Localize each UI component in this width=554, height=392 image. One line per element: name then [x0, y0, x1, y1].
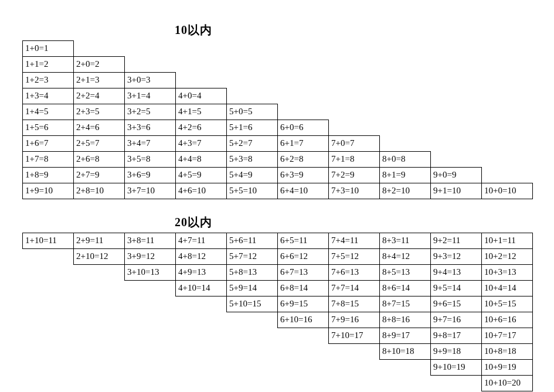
table-cell: 3+1=4 [125, 88, 176, 104]
empty-cell [278, 57, 329, 73]
table-cell: 2+9=11 [74, 233, 125, 249]
table-cell: 6+8=14 [278, 281, 329, 296]
table-cell: 5+7=12 [227, 249, 278, 265]
empty-cell [329, 376, 380, 391]
table-cell: 8+10=18 [380, 344, 431, 360]
empty-cell [329, 57, 380, 73]
table-cell: 2+4=6 [74, 120, 125, 136]
table-cell: 4+1=5 [176, 104, 227, 120]
empty-cell [482, 152, 533, 168]
table-cell: 5+4=9 [227, 168, 278, 183]
empty-cell [74, 281, 125, 296]
empty-cell [74, 360, 125, 376]
empty-cell [125, 41, 176, 57]
table-cell: 1+2=3 [23, 73, 74, 88]
empty-cell [431, 73, 482, 88]
empty-cell [176, 73, 227, 88]
empty-cell [227, 41, 278, 57]
empty-cell [176, 376, 227, 391]
empty-cell [74, 328, 125, 344]
empty-cell [125, 376, 176, 391]
table-cell: 8+0=8 [380, 152, 431, 168]
table-cell: 9+1=10 [431, 183, 482, 199]
table-cell: 9+6=15 [431, 296, 482, 312]
table-cell: 2+8=10 [74, 183, 125, 199]
empty-cell [176, 296, 227, 312]
table-cell: 10+4=14 [482, 281, 533, 296]
table-cell: 7+7=14 [329, 281, 380, 296]
table-cell: 1+4=5 [23, 104, 74, 120]
table-cell: 8+5=13 [380, 265, 431, 281]
empty-cell [125, 57, 176, 73]
empty-cell [278, 376, 329, 391]
table-cell: 7+5=12 [329, 249, 380, 265]
empty-cell [380, 360, 431, 376]
empty-cell [278, 41, 329, 57]
table-cell: 10+2=12 [482, 249, 533, 265]
table-cell: 2+2=4 [74, 88, 125, 104]
table-cell: 1+10=11 [23, 233, 74, 249]
table-cell: 9+8=17 [431, 328, 482, 344]
table-cell: 6+9=15 [278, 296, 329, 312]
table-cell: 9+9=18 [431, 344, 482, 360]
empty-cell [482, 88, 533, 104]
table-cell: 5+5=10 [227, 183, 278, 199]
table-cell: 6+3=9 [278, 168, 329, 183]
empty-cell [227, 88, 278, 104]
empty-cell [74, 312, 125, 328]
empty-cell [125, 281, 176, 296]
table-cell: 4+7=11 [176, 233, 227, 249]
table-cell: 4+10=14 [176, 281, 227, 296]
table-cell: 2+0=2 [74, 57, 125, 73]
empty-cell [431, 41, 482, 57]
empty-cell [482, 120, 533, 136]
empty-cell [176, 312, 227, 328]
table-cell: 7+3=10 [329, 183, 380, 199]
heading-10: 10以内 [175, 22, 554, 38]
table-cell: 1+9=10 [23, 183, 74, 199]
empty-cell [125, 296, 176, 312]
table-cell: 7+4=11 [329, 233, 380, 249]
empty-cell [380, 41, 431, 57]
empty-cell [482, 136, 533, 152]
table-cell: 8+2=10 [380, 183, 431, 199]
empty-cell [482, 57, 533, 73]
empty-cell [380, 57, 431, 73]
empty-cell [380, 73, 431, 88]
empty-cell [329, 344, 380, 360]
empty-cell [380, 136, 431, 152]
table-cell: 8+3=11 [380, 233, 431, 249]
heading-20: 20以内 [175, 214, 554, 230]
table-cell: 5+6=11 [227, 233, 278, 249]
table-cell: 10+3=13 [482, 265, 533, 281]
empty-cell [125, 360, 176, 376]
table-cell: 9+0=9 [431, 168, 482, 183]
table-cell: 10+6=16 [482, 312, 533, 328]
empty-cell [431, 376, 482, 391]
empty-cell [431, 120, 482, 136]
table-cell: 6+10=16 [278, 312, 329, 328]
empty-cell [482, 104, 533, 120]
empty-cell [23, 296, 74, 312]
table-cell: 4+3=7 [176, 136, 227, 152]
empty-cell [176, 57, 227, 73]
empty-cell [329, 73, 380, 88]
table-cell: 4+2=6 [176, 120, 227, 136]
table-cell: 9+3=12 [431, 249, 482, 265]
table-cell: 6+0=6 [278, 120, 329, 136]
empty-cell [380, 104, 431, 120]
table-cell: 3+3=6 [125, 120, 176, 136]
table-cell: 4+4=8 [176, 152, 227, 168]
empty-cell [431, 57, 482, 73]
table-cell: 7+2=9 [329, 168, 380, 183]
table-cell: 4+5=9 [176, 168, 227, 183]
table-cell: 8+9=17 [380, 328, 431, 344]
table-cell: 10+9=19 [482, 360, 533, 376]
table-cell: 1+0=1 [23, 41, 74, 57]
table-cell: 6+1=7 [278, 136, 329, 152]
table-cell: 2+3=5 [74, 104, 125, 120]
table-cell: 3+9=12 [125, 249, 176, 265]
table-cell: 7+0=7 [329, 136, 380, 152]
empty-cell [176, 41, 227, 57]
table-cell: 8+8=16 [380, 312, 431, 328]
